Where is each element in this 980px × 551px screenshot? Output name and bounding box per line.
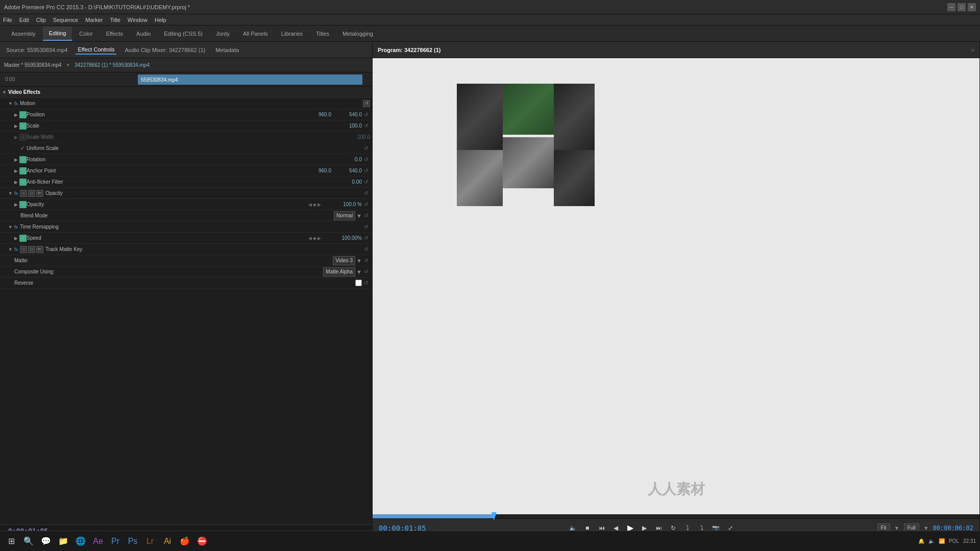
menu-marker[interactable]: Marker: [85, 17, 103, 23]
menu-clip[interactable]: Clip: [36, 17, 46, 23]
taskbar-ps-btn[interactable]: Ps: [126, 534, 140, 548]
uniform-scale-check[interactable]: ✓: [20, 145, 24, 151]
minimize-button[interactable]: ─: [947, 3, 955, 11]
anti-flicker-anim-icon[interactable]: ◇: [19, 179, 27, 186]
taskbar-chrome-btn[interactable]: 🌐: [74, 534, 88, 548]
ws-tab-all-panels[interactable]: All Panels: [237, 27, 274, 41]
motion-reset[interactable]: ↺: [363, 100, 370, 107]
composite-dropdown-arrow[interactable]: ▼: [356, 269, 362, 275]
position-anim-icon[interactable]: ◇: [19, 111, 27, 118]
scale-anim-icon[interactable]: ◇: [19, 122, 27, 130]
taskbar-cortana-btn[interactable]: 💬: [39, 534, 53, 548]
menu-edit[interactable]: Edit: [19, 17, 29, 23]
opacity-section-reset[interactable]: ↺: [362, 190, 370, 196]
position-arrow[interactable]: ▶: [14, 112, 18, 117]
anchor-reset[interactable]: ↺: [362, 168, 370, 173]
ec-clip-bar[interactable]: 559530834.mp4: [138, 74, 362, 85]
taskbar-red-btn[interactable]: 🍎: [178, 534, 192, 548]
ws-tab-libraries[interactable]: Libraries: [275, 27, 309, 41]
scale-reset[interactable]: ↺: [362, 123, 370, 129]
composite-reset[interactable]: ↺: [362, 269, 370, 274]
ws-tab-color[interactable]: Color: [73, 27, 99, 41]
taskbar-start-btn[interactable]: ⊞: [4, 534, 18, 548]
menu-help[interactable]: Help: [155, 17, 166, 23]
taskbar-notifications[interactable]: 🔔: [918, 538, 924, 544]
audio-clip-mixer-tab[interactable]: Audio Clip Mixer: 342278662 (1): [122, 46, 207, 54]
speed-value[interactable]: 100.00%: [321, 235, 362, 241]
track-matte-icon2[interactable]: □: [28, 246, 35, 253]
taskbar-volume[interactable]: 🔈: [928, 538, 935, 544]
anchor-x[interactable]: 960.0: [290, 168, 331, 173]
motion-arrow[interactable]: ▼: [8, 101, 13, 106]
time-remap-arrow[interactable]: ▼: [8, 224, 13, 230]
track-matte-icon3[interactable]: ✏: [36, 246, 43, 253]
scale-value[interactable]: 100.0: [321, 123, 362, 129]
taskbar-search-btn[interactable]: 🔍: [21, 534, 36, 548]
pm-full-arrow[interactable]: ▼: [923, 525, 929, 531]
anti-flicker-value[interactable]: 0.00: [321, 179, 362, 185]
speed-next-keyframe[interactable]: ▶: [317, 236, 321, 241]
opacity-icon1[interactable]: ○: [20, 190, 27, 197]
time-remap-reset[interactable]: ↺: [362, 224, 370, 230]
anchor-arrow[interactable]: ▶: [14, 168, 18, 173]
opacity-value[interactable]: 100.0 %: [321, 202, 362, 207]
opacity-icon3[interactable]: ✏: [36, 190, 43, 197]
matte-reset[interactable]: ↺: [362, 258, 370, 263]
opacity-arrow[interactable]: ▶: [14, 202, 18, 207]
menu-window[interactable]: Window: [128, 17, 148, 23]
speed-prev-keyframe[interactable]: ◀: [308, 236, 312, 241]
scale-arrow[interactable]: ▶: [14, 123, 18, 129]
reverse-reset[interactable]: ↺: [362, 280, 370, 286]
opacity-anim-icon[interactable]: ◇: [19, 201, 27, 208]
anchor-y[interactable]: 540.0: [331, 168, 362, 173]
position-x[interactable]: 960.0: [290, 112, 331, 117]
taskbar-explorer-btn[interactable]: 📁: [56, 534, 70, 548]
opacity-prev-keyframe[interactable]: ◀: [308, 202, 312, 207]
rotation-reset[interactable]: ↺: [362, 157, 370, 162]
speed-anim-icon[interactable]: ◇: [19, 235, 27, 242]
speed-add-keyframe[interactable]: ◆: [313, 236, 316, 241]
blend-mode-dropdown[interactable]: Normal: [334, 211, 355, 220]
track-matte-reset[interactable]: ↺: [362, 246, 370, 252]
maximize-button[interactable]: □: [958, 3, 966, 11]
close-button[interactable]: ✕: [968, 3, 976, 11]
taskbar-ai-btn[interactable]: Ai: [160, 534, 175, 548]
track-matte-icon1[interactable]: ○: [20, 246, 27, 253]
taskbar-network[interactable]: 📶: [939, 538, 945, 544]
effect-controls-tab[interactable]: Effect Controls: [76, 45, 116, 55]
speed-reset[interactable]: ↺: [362, 235, 370, 241]
ws-tab-metalogging[interactable]: Metalogging: [336, 27, 379, 41]
speed-arrow[interactable]: ▶: [14, 236, 18, 241]
ws-tab-jordy[interactable]: Jordy: [210, 27, 236, 41]
opacity-icon2[interactable]: □: [28, 190, 35, 197]
blend-mode-reset[interactable]: ↺: [362, 213, 370, 218]
position-y[interactable]: 540.0: [331, 112, 362, 117]
rotation-arrow[interactable]: ▶: [14, 157, 18, 162]
anti-flicker-reset[interactable]: ↺: [362, 179, 370, 185]
opacity-next-keyframe[interactable]: ▶: [317, 202, 321, 207]
opacity-section-arrow[interactable]: ▼: [8, 191, 13, 196]
anti-flicker-arrow[interactable]: ▶: [14, 180, 18, 185]
track-matte-arrow[interactable]: ▼: [8, 247, 13, 252]
ws-tab-effects[interactable]: Effects: [100, 27, 129, 41]
ws-tab-audio[interactable]: Audio: [130, 27, 157, 41]
ws-tab-editing-css[interactable]: Editing (CSS.5): [158, 27, 209, 41]
menu-sequence[interactable]: Sequence: [53, 17, 79, 23]
program-monitor-menu[interactable]: ≡: [971, 47, 974, 53]
menu-file[interactable]: File: [3, 17, 12, 23]
rotation-value[interactable]: 0.0: [321, 157, 362, 162]
menu-title[interactable]: Title: [110, 17, 120, 23]
taskbar-premiere-btn[interactable]: Pr: [108, 534, 122, 548]
anchor-anim-icon[interactable]: ◇: [19, 167, 27, 174]
pm-progress[interactable]: [373, 514, 979, 518]
video-effects-arrow[interactable]: ▼: [2, 90, 7, 95]
matte-dropdown-arrow[interactable]: ▼: [356, 258, 362, 264]
ws-tab-assembly[interactable]: Assembly: [5, 27, 42, 41]
opacity-reset[interactable]: ↺: [362, 202, 370, 207]
composite-dropdown[interactable]: Matte Alpha: [323, 267, 355, 277]
metadata-tab[interactable]: Metadata: [213, 46, 241, 54]
position-reset[interactable]: ↺: [362, 112, 370, 117]
taskbar-ae-btn[interactable]: Ae: [91, 534, 105, 548]
taskbar-lr-btn[interactable]: Lr: [143, 534, 157, 548]
taskbar-stop-btn[interactable]: ⛔: [195, 534, 209, 548]
